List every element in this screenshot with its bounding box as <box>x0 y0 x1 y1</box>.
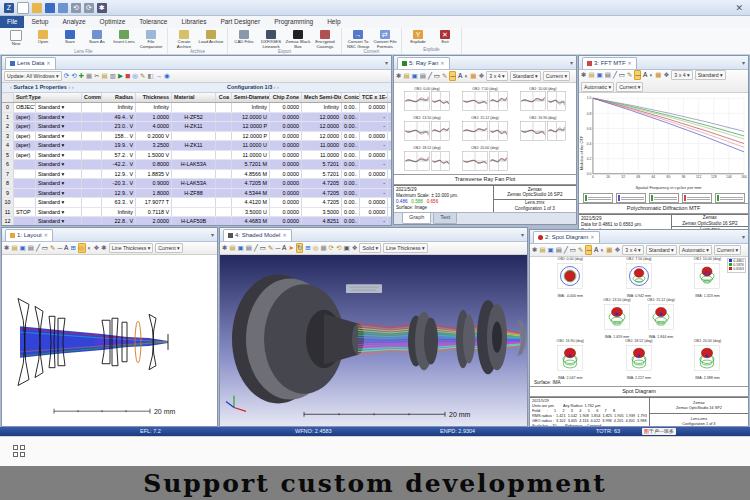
table-row[interactable]: 9Standard ▾12.9.. V1.8000H-ZF884.5344 M0… <box>2 189 391 199</box>
ribbon-tab-libraries[interactable]: Libraries <box>174 16 213 28</box>
tab-close-icon[interactable]: ✕ <box>590 232 594 243</box>
tab-close-icon[interactable]: ✕ <box>440 58 444 69</box>
pencil-icon[interactable]: ✎ <box>140 72 145 80</box>
print-icon[interactable]: ▤ <box>246 244 252 252</box>
text-icon[interactable]: A <box>594 246 598 254</box>
configuration-toggle[interactable]: Configuration 1/3 ‹ › <box>227 83 279 92</box>
save-as-icon[interactable] <box>58 3 68 13</box>
fill-icon[interactable]: ◧ <box>147 72 153 80</box>
table-row[interactable]: 10Standard ▾63.3.. V17.9077 T4.4120 M0.0… <box>2 198 391 208</box>
table-row[interactable]: 8Standard ▾-20.3.. V0.9000H-LAK53A4.7205… <box>2 179 391 189</box>
settings-icon[interactable]: ✱ <box>581 71 586 79</box>
tab-ray-fan[interactable]: 5: Ray Fan✕ <box>397 57 450 69</box>
save-icon[interactable]: ▣ <box>412 72 418 80</box>
new-file-icon[interactable] <box>17 2 29 14</box>
ribbon-tab-setup[interactable]: Setup <box>24 16 55 28</box>
ribbon-button-cad-files[interactable]: CAD Files <box>231 29 257 49</box>
ribbon-button-exit[interactable]: ✕Exit <box>432 29 458 47</box>
dash-icon[interactable]: ─ <box>585 245 592 255</box>
ribbon-button-load-archive[interactable]: Load Archive <box>198 29 224 49</box>
ribbon-button-explode[interactable]: YExplode <box>405 29 431 47</box>
ribbon-tab-part-designer[interactable]: Part Designer <box>213 16 267 28</box>
table-row[interactable]: 0OBJECTStandard ▾InfinityInfinityInfinit… <box>2 103 391 113</box>
scissors-icon[interactable]: ✂ <box>94 72 99 80</box>
tab-close-icon[interactable]: ✕ <box>282 230 286 241</box>
line-icon[interactable]: ╱ <box>564 246 568 254</box>
layers-icon[interactable]: ❖ <box>615 246 621 254</box>
ribbon-tab-analyze[interactable]: Analyze <box>55 16 92 28</box>
grid-icon[interactable]: ▦ <box>86 72 92 80</box>
ribbon-tab-optimize[interactable]: Optimize <box>93 16 133 28</box>
gear-icon[interactable]: ✱ <box>101 244 106 252</box>
standard-dropdown[interactable]: Standard ▾ <box>510 71 541 81</box>
ribbon-tab-help[interactable]: Help <box>320 16 347 28</box>
target-icon[interactable]: ◎ <box>132 72 138 80</box>
surface-properties-toggle[interactable]: ‹ Surface 1 Properties ‹ › <box>10 83 74 92</box>
save-icon[interactable]: ▣ <box>548 246 554 254</box>
layers-icon[interactable]: ❖ <box>352 244 358 252</box>
tab-spot-diagram[interactable]: 2: Spot Diagram✕ <box>533 231 600 243</box>
standard-dropdown[interactable]: Standard ▾ <box>646 245 677 255</box>
tab-layout[interactable]: 1: Layout✕ <box>5 229 53 241</box>
line-thickness-dropdown[interactable]: Line Thickness ▾ <box>383 243 428 253</box>
line-icon[interactable]: ╱ <box>36 244 40 252</box>
copy-icon[interactable]: ▤ <box>403 72 409 80</box>
current-dropdown[interactable]: Current ▾ <box>155 243 182 253</box>
spin-icon[interactable]: ⟲ <box>336 244 341 252</box>
text-icon[interactable]: A <box>643 71 647 79</box>
marquee-icon[interactable]: ▦ <box>655 71 661 79</box>
rect-icon[interactable]: ▭ <box>434 72 440 80</box>
orbit-icon[interactable]: ↻ <box>296 243 303 253</box>
text-icon[interactable]: A <box>64 244 68 252</box>
run-icon[interactable]: ▶ <box>118 72 123 80</box>
copy-icon[interactable]: ▤ <box>11 244 17 252</box>
lock-icon[interactable]: ◐ <box>600 246 604 254</box>
copy-icon[interactable]: ▤ <box>539 246 545 254</box>
arrowtool-icon[interactable]: ➤ <box>288 244 293 252</box>
layout-canvas[interactable]: 20 mm <box>2 255 217 426</box>
lock-icon[interactable]: ◐ <box>88 244 92 252</box>
table-row[interactable]: 3(aper)Standard ▾158... V0.2000 V12.0000… <box>2 132 391 142</box>
3-x-4-dropdown[interactable]: 3 x 4 ▾ <box>486 71 507 81</box>
line-thickness-dropdown[interactable]: Line Thickness ▾ <box>109 243 154 253</box>
paste-icon[interactable]: ▥ <box>110 72 116 80</box>
redo-icon[interactable]: ⟳ <box>84 3 94 13</box>
ribbon-button-open[interactable]: Open <box>30 29 56 49</box>
standard-dropdown[interactable]: Standard ▾ <box>695 70 726 80</box>
save-icon[interactable]: ▣ <box>20 244 26 252</box>
rect-icon[interactable]: ▭ <box>619 71 625 79</box>
ribbon-button-zemax-black-box[interactable]: Zemax Black Box <box>285 29 311 49</box>
settings-icon[interactable]: ✱ <box>4 244 9 252</box>
layers-icon[interactable]: ❖ <box>93 244 99 252</box>
pen-icon[interactable]: ✎ <box>442 72 447 80</box>
shaded-canvas[interactable]: 20 mm <box>220 255 527 426</box>
ribbon-button-file-comparator[interactable]: File Comparator <box>138 29 164 49</box>
solid-dropdown[interactable]: Solid ▾ <box>359 243 381 253</box>
graph-tab[interactable]: Graph <box>402 213 431 224</box>
table-row[interactable]: 4(aper)Standard ▾19.9.. V3.2500H-ZK1111.… <box>2 141 391 151</box>
ribbon-button-convert-file-formats[interactable]: ⇄Convert File Formats <box>372 29 398 49</box>
close-icon[interactable]: ✕ <box>735 3 743 13</box>
tab-fft-mtf[interactable]: 3: FFT MTF✕ <box>582 57 637 69</box>
settings-icon[interactable]: ✱ <box>222 244 227 252</box>
help-icon[interactable]: ◉ <box>164 72 170 80</box>
rotate-icon[interactable]: ⟳ <box>329 244 334 252</box>
zoom-icon[interactable]: ◎ <box>313 244 319 252</box>
tab-lens-data[interactable]: Lens Data✕ <box>5 57 56 69</box>
copy-icon[interactable]: ▤ <box>229 244 235 252</box>
pin-icon[interactable]: ▾ <box>211 231 214 238</box>
lens-data-grid[interactable]: Surf:TypeCommentRadiusThicknessMaterialC… <box>2 93 391 225</box>
table-row[interactable]: 12Standard ▾22.8.. V2.0000H-LAF50B4.4683… <box>2 217 391 225</box>
ribbon-button-encrypted-coatings[interactable]: Encrypted Coatings <box>312 29 338 49</box>
tab-close-icon[interactable]: ✕ <box>46 58 50 69</box>
table-row[interactable]: 7Standard ▾12.9.. V1.8835 V4.8566 M0.000… <box>2 170 391 180</box>
rect-icon[interactable]: ▭ <box>42 244 48 252</box>
ribbon-button-new[interactable]: New <box>3 29 29 49</box>
fit-icon[interactable]: ⊞ <box>70 244 75 252</box>
table-row[interactable]: 2(aper)Standard ▾23.0.. V4.0000H-ZK1112.… <box>2 122 391 132</box>
text-tab[interactable]: Text <box>433 213 457 224</box>
print-icon[interactable]: ▤ <box>28 244 34 252</box>
line-icon[interactable]: ╱ <box>254 244 258 252</box>
settings-icon[interactable]: ✱ <box>532 246 537 254</box>
table-row[interactable]: 11STOPStandard ▾Infinity0.7118 V3.5000 U… <box>2 208 391 218</box>
